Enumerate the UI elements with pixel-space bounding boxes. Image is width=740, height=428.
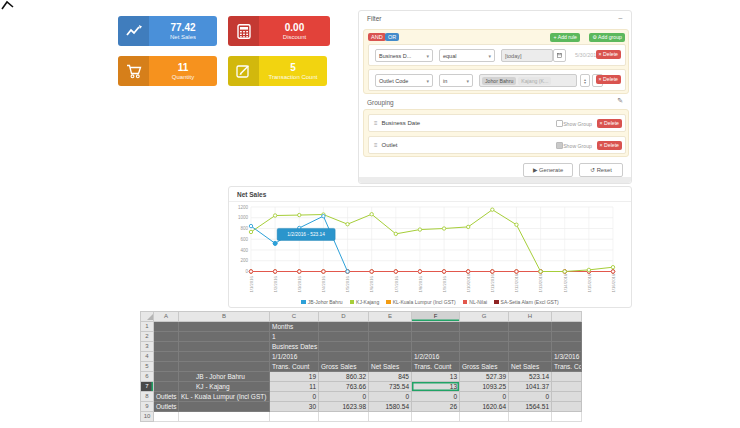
add-rule-button[interactable]: + Add rule <box>550 33 580 42</box>
legend-item[interactable]: JB-Johor Bahru <box>301 299 342 305</box>
cell-G7[interactable]: 1093.25 <box>460 382 509 392</box>
drag-handle-icon[interactable]: ≡ <box>374 120 378 126</box>
cell-H3[interactable] <box>509 342 552 352</box>
cell-I7[interactable] <box>552 382 582 392</box>
legend-item[interactable]: SA-Setia Alam (Excl GST) <box>494 299 559 305</box>
cell-D8[interactable]: 0 <box>319 392 369 402</box>
row-header-6[interactable]: 6 <box>141 372 154 382</box>
field-select[interactable]: Business D...▾ <box>375 49 433 62</box>
cell-I10[interactable] <box>552 412 582 422</box>
cell-F10[interactable] <box>412 412 460 422</box>
col-header-B[interactable]: B <box>179 312 270 322</box>
cell-G8[interactable]: 0 <box>460 392 509 402</box>
cell-D3[interactable] <box>319 342 369 352</box>
col-header-G[interactable]: G <box>460 312 509 322</box>
sheet-corner-cell[interactable] <box>141 312 154 322</box>
cell-C7[interactable]: 11 <box>270 382 319 392</box>
calendar-icon[interactable] <box>553 49 566 62</box>
col-header-A[interactable]: A <box>154 312 179 322</box>
cell-H7[interactable]: 1041.37 <box>509 382 552 392</box>
cell-I9[interactable] <box>552 402 582 412</box>
cell-D6[interactable]: 860.32 <box>319 372 369 382</box>
cell-H9[interactable]: 1564.51 <box>509 402 552 412</box>
cell-F5[interactable]: Trans. Count <box>412 362 460 372</box>
cell-I1[interactable] <box>552 322 582 332</box>
cell-B10[interactable] <box>179 412 270 422</box>
cell-A7[interactable] <box>154 382 179 392</box>
cell-G1[interactable] <box>460 322 509 332</box>
kpi-card-transaction-count[interactable]: 5 Transaction Count <box>228 56 327 86</box>
row-header-9[interactable]: 9 <box>141 402 154 412</box>
row-header-8[interactable]: 8 <box>141 392 154 402</box>
cell-C8[interactable]: 0 <box>270 392 319 402</box>
cell-D9[interactable]: 1623.98 <box>319 402 369 412</box>
col-header-F[interactable]: F <box>412 312 460 322</box>
cell-F4[interactable]: 1/2/2016 <box>412 352 460 362</box>
cell-C6[interactable]: 19 <box>270 372 319 382</box>
col-header-C[interactable]: C <box>270 312 319 322</box>
cell-A5[interactable] <box>154 362 179 372</box>
cell-C5[interactable]: Trans. Count <box>270 362 319 372</box>
kpi-card-net-sales[interactable]: 77.42 Net Sales <box>118 16 217 46</box>
add-group-button[interactable]: ⚙ Add group <box>589 33 625 42</box>
show-group-checkbox[interactable] <box>556 120 563 127</box>
cell-A6[interactable] <box>154 372 179 382</box>
show-group-checkbox[interactable] <box>556 142 563 149</box>
cell-F3[interactable] <box>412 342 460 352</box>
spinner-control[interactable]: ▴ ▾ <box>580 74 590 87</box>
cell-I3[interactable] <box>552 342 582 352</box>
cell-F9[interactable]: 26 <box>412 402 460 412</box>
generate-button[interactable]: ▶ Generate <box>523 163 573 177</box>
option-chip[interactable]: Kajang (K... <box>518 77 551 85</box>
drag-handle-icon[interactable]: ≡ <box>374 142 378 148</box>
cell-I5[interactable]: Trans. Count <box>552 362 582 372</box>
delete-rule-button[interactable]: × Delete <box>596 75 621 84</box>
cell-B9[interactable] <box>179 402 270 412</box>
cell-E10[interactable] <box>369 412 412 422</box>
cell-F1[interactable] <box>412 322 460 332</box>
cell-A9[interactable]: Outlets <box>154 402 179 412</box>
cell-H1[interactable] <box>509 322 552 332</box>
operator-select[interactable]: in▾ <box>439 74 473 87</box>
cell-D1[interactable] <box>319 322 369 332</box>
row-header-10[interactable]: 10 <box>141 412 154 422</box>
cell-D7[interactable]: 763.66 <box>319 382 369 392</box>
cell-E2[interactable] <box>369 332 412 342</box>
legend-item[interactable]: NL-Nilai <box>463 299 487 305</box>
cell-E3[interactable] <box>369 342 412 352</box>
cell-H8[interactable]: 0 <box>509 392 552 402</box>
reset-button[interactable]: ↺ Reset <box>579 163 623 177</box>
selected-chip[interactable]: Johor Bahru <box>482 77 516 85</box>
col-header-H[interactable]: H <box>509 312 552 322</box>
operator-select[interactable]: equal▾ <box>439 49 495 62</box>
cell-G5[interactable]: Gross Sales <box>460 362 509 372</box>
cell-E6[interactable]: 845 <box>369 372 412 382</box>
pencil-icon[interactable]: ✎ <box>617 97 623 105</box>
cell-B2[interactable] <box>179 332 270 342</box>
cell-B4[interactable] <box>179 352 270 362</box>
cell-A1[interactable] <box>154 322 179 332</box>
cell-B5[interactable] <box>179 362 270 372</box>
cell-H2[interactable] <box>509 332 552 342</box>
legend-item[interactable]: KL-Kuala Lumpur (Incl GST) <box>386 299 456 305</box>
kpi-card-quantity[interactable]: 11 Quantity <box>118 56 217 86</box>
cell-I4[interactable]: 1/3/2016 <box>552 352 582 362</box>
cell-I8[interactable] <box>552 392 582 402</box>
cell-E5[interactable]: Net Sales <box>369 362 412 372</box>
cell-G10[interactable] <box>460 412 509 422</box>
cell-C4[interactable]: 1/1/2016 <box>270 352 319 362</box>
multiselect-input[interactable]: Johor Bahru Kajang (K... <box>479 74 577 87</box>
cell-E7[interactable]: 735.54 <box>369 382 412 392</box>
cell-H4[interactable] <box>509 352 552 362</box>
cell-E4[interactable] <box>369 352 412 362</box>
cell-H6[interactable]: 523.14 <box>509 372 552 382</box>
cell-B3[interactable] <box>179 342 270 352</box>
cell-D10[interactable] <box>319 412 369 422</box>
legend-item[interactable]: KJ-Kajang <box>350 299 380 305</box>
cell-B8[interactable]: KL - Kuala Lumpur (Incl GST) <box>179 392 270 402</box>
chart-svg[interactable]: 0200400600800100012001/1/20161/2/20161/3… <box>229 203 633 295</box>
cell-G4[interactable] <box>460 352 509 362</box>
cell-A4[interactable] <box>154 352 179 362</box>
cell-G2[interactable] <box>460 332 509 342</box>
cell-B6[interactable]: JB - Johor Bahru <box>179 372 270 382</box>
